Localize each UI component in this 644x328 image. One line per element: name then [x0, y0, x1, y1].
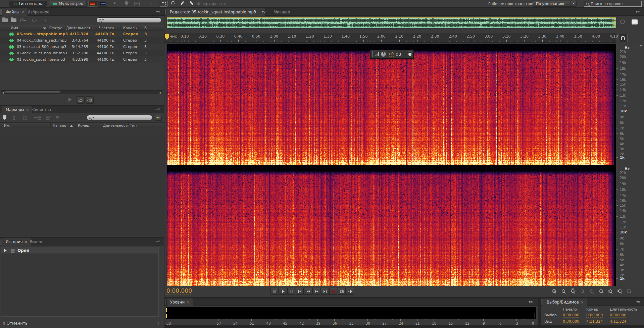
trash-icon[interactable]: ▯	[44, 17, 46, 22]
filter-icon[interactable]: ▾≡	[155, 115, 162, 121]
zoom-in-horizontal-button[interactable]: +	[568, 288, 577, 294]
panel-menu-icon[interactable]: ▾≡	[154, 107, 162, 112]
skipstart-button[interactable]	[296, 288, 304, 295]
hud-volume[interactable]: +0 dB	[370, 50, 414, 59]
zoom-selection-button[interactable]	[615, 288, 624, 294]
skipsel-button[interactable]	[346, 288, 354, 295]
file-row[interactable]: 03-rock...uat-500_ans.mp33:44.23544100 Г…	[0, 44, 164, 50]
tab-levels[interactable]: Уровни×	[166, 298, 193, 306]
zoom-in-vertical-button[interactable]: +	[550, 288, 558, 294]
trash-icon[interactable]: ▯	[157, 320, 159, 325]
range-marker-icon[interactable]: ⬚	[23, 115, 27, 120]
zoom-out-horizontal-button[interactable]: -	[578, 288, 586, 294]
view-start[interactable]: 0:00.000	[563, 319, 579, 324]
zoom-out-vertical-button[interactable]: -	[559, 288, 567, 294]
trash-icon[interactable]: ▯	[13, 115, 15, 120]
display-options-icon[interactable]	[632, 19, 638, 24]
tab-markers[interactable]: Маркеры×	[2, 106, 33, 113]
tab-video[interactable]: Видео	[26, 238, 45, 245]
open-list-icon[interactable]: ◳▾	[20, 17, 26, 22]
tab-editor-close[interactable]: ×	[262, 8, 267, 16]
brush-tool-icon[interactable]	[181, 1, 184, 5]
zoom-overview-icon[interactable]	[620, 19, 625, 24]
pause-button[interactable]	[287, 288, 295, 295]
tab-editor[interactable]: Редактор: 05-rockin_squat-instoppable.mp…	[166, 8, 265, 16]
frequency-scale-ch2[interactable]: Hz 21k20k19k18k17k16k15k14k13k12k11k10k9…	[616, 165, 644, 286]
ibeam-tool-icon[interactable]: I	[150, 1, 152, 6]
view-end[interactable]: 4:11.324	[586, 319, 603, 324]
waveform-mode-button[interactable]: Тип сигнала	[9, 1, 47, 7]
zoom-in-left-button[interactable]	[597, 288, 605, 294]
spectral-view-button[interactable]	[88, 1, 97, 7]
insert-into-playlist-icon[interactable]: ⇥▤	[34, 115, 41, 120]
volume-knob[interactable]	[381, 52, 386, 57]
file-row[interactable]: 05-rock...stoppable.mp34:11.32444100 ГцС…	[0, 31, 164, 37]
close-icon[interactable]: ×	[21, 10, 24, 14]
zoom-in-right-button[interactable]	[606, 288, 614, 294]
file-row[interactable]: 02-rock...it_et_non_dit.mp33:52.28044100…	[0, 50, 164, 56]
tab-properties[interactable]: Свойства	[29, 106, 54, 113]
selection-duration[interactable]: 0:00.000	[610, 313, 626, 318]
open-file-icon[interactable]	[2, 18, 8, 22]
tab-selection-view[interactable]: Выбор/Видимое×	[543, 298, 587, 306]
workspace-dropdown[interactable]: По умолчанию	[533, 1, 577, 7]
close-icon[interactable]: ×	[581, 300, 584, 304]
panel-menu-icon[interactable]: ▾≡	[154, 10, 162, 14]
stop-button[interactable]	[270, 288, 279, 295]
markers-table-header[interactable]: Имя Начало Конец Длительность Тип	[0, 122, 164, 128]
rewind-button[interactable]	[304, 288, 312, 295]
files-search-box[interactable]	[96, 17, 161, 23]
timeline-ruler[interactable]: чмс 0:100:200:300:400:501:001:101:201:30…	[164, 33, 616, 43]
tab-mixer[interactable]: Микшер	[270, 8, 293, 16]
files-table-header[interactable]: Имя Статус Длительность Частота Каналы Б	[0, 25, 164, 31]
insert-multitrack-icon[interactable]: ⊡▾	[32, 17, 37, 22]
skipend-button[interactable]	[321, 288, 329, 295]
panel-menu-icon[interactable]: ▾≡	[527, 300, 534, 305]
import-file-icon[interactable]	[11, 18, 16, 22]
waveform-view-button[interactable]	[98, 1, 107, 7]
file-row[interactable]: 04-rock...tidiane_seck.mp33:43.76444100 …	[0, 37, 164, 44]
tab-favorites[interactable]: Избранное	[24, 8, 53, 16]
hud-gain-value[interactable]: +0	[388, 52, 394, 57]
add-marker-icon[interactable]	[3, 115, 6, 120]
multitrack-mode-button[interactable]: Мультитрек	[50, 1, 87, 7]
play-button[interactable]	[279, 288, 287, 295]
time-selection-tool-icon[interactable]: |↔|	[134, 1, 140, 6]
overview-range-handle[interactable]	[612, 17, 616, 28]
zoom-full-button[interactable]	[625, 288, 633, 294]
record-button[interactable]	[329, 288, 337, 295]
export-audio-icon[interactable]: ▤'	[46, 115, 51, 120]
play-file-icon[interactable]	[68, 98, 72, 102]
files-hscrollbar[interactable]: ◀▶	[1, 90, 163, 94]
close-icon[interactable]: ×	[26, 108, 29, 112]
spot-heal-tool-icon[interactable]	[190, 1, 194, 5]
merge-icon[interactable]: ⊞.	[56, 115, 61, 120]
help-search-box[interactable]: Поиск в справке	[584, 1, 642, 7]
markers-search-box[interactable]	[87, 115, 152, 120]
auto-play-button[interactable]: 🗁	[77, 96, 85, 104]
view-duration[interactable]: 4:11.324	[610, 319, 626, 324]
panel-menu-icon[interactable]: ▾≡	[635, 300, 642, 305]
frequency-scale-ch1[interactable]: Hz ▼ 21k20k19k18k17k16k15k14k13k12k11k10…	[616, 44, 644, 165]
selection-start[interactable]: 0:00.000	[563, 313, 579, 318]
history-item-open[interactable]: ▤ Open	[1, 247, 158, 254]
snap-button[interactable]	[618, 34, 628, 42]
forward-button[interactable]	[312, 288, 320, 295]
file-row[interactable]: 01-rockin_squat-libre.mp34:33.99844100 Г…	[0, 56, 164, 63]
loop-playback-button[interactable]: ◁)	[86, 96, 94, 104]
level-scale-label: -54	[232, 322, 238, 325]
time-display[interactable]: 0:00.000	[166, 287, 192, 294]
lasso-tool-icon[interactable]	[171, 1, 175, 4]
panel-menu-icon[interactable]: ▾≡	[634, 10, 641, 14]
close-icon[interactable]: ×	[187, 300, 189, 304]
zoom-reset-button[interactable]: -	[587, 288, 595, 294]
marquee-tool-button[interactable]	[160, 1, 168, 7]
pin-hud-button[interactable]	[408, 51, 412, 57]
heal-tool-icon[interactable]	[125, 0, 129, 6]
scale-options-icon[interactable]: ▼	[640, 44, 642, 47]
move-tool-icon[interactable]	[114, 2, 116, 4]
overview-range-box[interactable]	[167, 17, 616, 28]
selection-end[interactable]: 0:00.000	[586, 313, 603, 318]
loop-button[interactable]	[338, 288, 346, 295]
panel-menu-icon[interactable]: ▾≡	[154, 239, 162, 244]
